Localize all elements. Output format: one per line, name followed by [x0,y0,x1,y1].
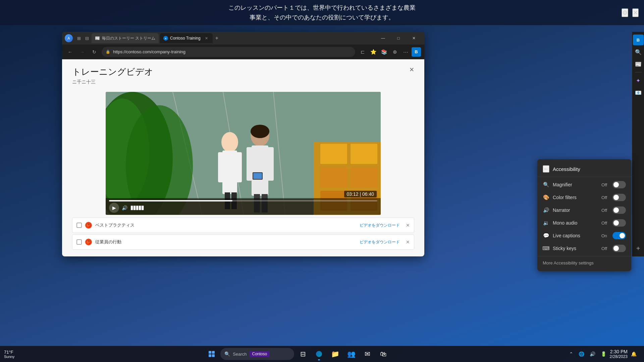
magnifier-row: 🔍 Magnifier Off [537,178,631,191]
narrator-toggle[interactable] [612,206,626,214]
more-accessibility-link[interactable]: More Accessibility settings [543,260,594,265]
translate-button[interactable]: ⊕ [390,47,399,57]
close-button[interactable]: ✕ [406,33,422,44]
extensions-button[interactable]: ⊞ [75,35,82,42]
taskbar-search[interactable]: 🔍 Search Contoso [220,348,294,360]
start-button[interactable] [204,347,219,361]
sticky-keys-toggle[interactable] [612,245,626,252]
tab-training-close[interactable]: ✕ [204,36,209,41]
browser-chrome: A ⊞ ⊟ 📰 毎日のストーリー ストリーム ✕ e Contoso Train… [62,32,424,59]
live-captions-icon: 💬 [543,232,549,239]
battery-button[interactable]: 🔋 [599,347,608,361]
new-tab-button[interactable]: + [215,35,218,41]
weather-condition: Sunny [4,355,14,359]
network-icon: 🌐 [579,351,584,357]
task-view-button[interactable]: ⊟ [296,347,310,361]
favorites-button[interactable]: ⭐ [369,47,378,57]
playlist-close-1[interactable]: ✕ [406,223,410,228]
news-sidebar-button[interactable]: 📰 [633,59,644,69]
sticky-keys-icon: ⌨ [543,245,549,252]
download-link-1[interactable]: ビデオをダウンロード [360,223,400,228]
temperature: 71°F [4,350,14,355]
notification-button[interactable]: 🔔 [629,347,639,361]
magnifier-status: Off [601,182,607,187]
playlist-icon-2: 🍎 [85,239,92,245]
close-icon[interactable]: ✕ [632,8,639,17]
bing-sidebar-button[interactable]: B [633,35,644,45]
network-button[interactable]: 🌐 [577,347,586,361]
copilot-sidebar-button[interactable]: ✦ [633,75,644,86]
progress-bar[interactable] [109,200,377,201]
live-captions-label: Live captions [553,233,598,238]
edge-taskbar-button[interactable] [312,347,326,361]
search-icon: 🔍 [224,351,230,357]
teams-button[interactable]: 👥 [344,347,359,361]
window-controls: — □ ✕ [375,33,422,44]
system-clock[interactable]: 2:30 PM 2/28/2023 [610,349,628,359]
file-explorer-button[interactable]: 📁 [328,347,342,361]
video-controls[interactable]: ▶ 🔊 ▊▊▊▊▊ [106,198,381,215]
browser-sidebar: B 🔍 📰 ✦ 📧 + [632,32,644,256]
address-bar: ← → ↻ 🔒 https://contoso.com/company-trai… [62,45,424,59]
training-title: トレーニングビデオ [72,66,153,78]
store-button[interactable]: 🛍 [376,347,391,361]
search-placeholder: Search [233,352,247,357]
search-sidebar-button[interactable]: 🔍 [633,47,644,57]
tab-news[interactable]: 📰 毎日のストーリー ストリーム ✕ [92,33,159,43]
refresh-button[interactable]: ↻ [90,47,99,57]
video-scene [106,92,381,215]
progress-fill [109,200,232,201]
live-captions-toggle[interactable] [612,232,626,239]
mono-audio-label: Mono audio [553,220,598,226]
live-captions-row: 💬 Live captions On [537,229,631,242]
page-close-button[interactable]: ✕ [409,66,414,73]
desktop: このレッスンのパート１では、世界中で行われているさまざまな農業 事業と、その中で… [0,0,644,362]
mono-audio-toggle[interactable] [612,219,626,227]
play-button[interactable]: ▶ [109,203,119,213]
panel-title: Accessibility [553,166,580,172]
svg-rect-11 [320,167,347,187]
weather-widget[interactable]: 71°F Sunny [4,350,14,359]
minimize-button[interactable]: — [375,33,391,44]
bing-button[interactable]: B [412,47,421,57]
add-sidebar-button[interactable]: + [633,243,644,254]
mail-button[interactable]: ✉ [360,347,375,361]
clock-time: 2:30 PM [610,349,628,354]
back-button[interactable]: ← [65,47,75,57]
split-screen-button[interactable]: ⊏ [358,47,367,57]
settings-icon[interactable]: ⚙ [622,8,628,17]
contoso-button[interactable]: Contoso [250,351,270,357]
taskbar-center: 🔍 Search Contoso ⊟ 📁 👥 ✉ [34,347,562,361]
svg-rect-23 [247,147,253,181]
vertical-tabs-button[interactable]: ⊟ [84,35,90,42]
url-bar[interactable]: 🔒 https://contoso.com/company-training [102,47,355,57]
svg-rect-17 [218,152,224,182]
forward-button[interactable]: → [77,47,87,57]
edge-icon [316,351,322,357]
checkbox-1[interactable] [76,223,82,228]
checkbox-2[interactable] [76,239,82,245]
narrator-icon: 🔊 [543,207,549,214]
narrator-row: 🔊 Narrator Off [537,204,631,217]
collections-button[interactable]: 📚 [379,47,389,57]
system-tray-button[interactable]: ⌃ [567,347,575,361]
more-button[interactable]: ⋯ [401,47,410,57]
mono-audio-row: 🔉 Mono audio Off [537,217,631,229]
download-link-2[interactable]: ビデオをダウンロード [360,239,400,245]
magnifier-label: Magnifier [553,182,598,187]
taskbar-left: 71°F Sunny [0,350,34,359]
panel-back-button[interactable]: ← [543,165,549,173]
volume-button[interactable]: 🔊 [588,347,597,361]
color-filters-toggle[interactable] [612,194,626,201]
profile-avatar[interactable]: A [65,34,73,42]
maximize-button[interactable]: □ [391,33,406,44]
outlook-sidebar-button[interactable]: 📧 [633,87,644,98]
svg-rect-28 [253,173,262,179]
color-filters-row: 🎨 Color filters Off [537,191,631,204]
magnifier-toggle[interactable] [612,181,626,188]
taskbar: 71°F Sunny 🔍 Search Contoso [0,346,644,362]
tab-training[interactable]: e Contoso Training ✕ [160,33,213,43]
browser-window: A ⊞ ⊟ 📰 毎日のストーリー ストリーム ✕ e Contoso Train… [62,32,424,256]
tab-training-favicon: e [163,36,168,41]
playlist-close-2[interactable]: ✕ [406,239,410,245]
